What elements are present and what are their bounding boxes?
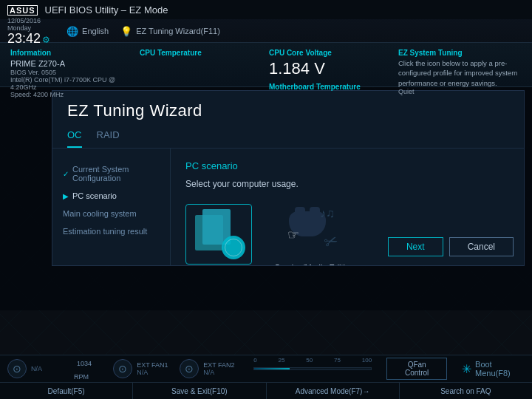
ext-fan2-label: EXT FAN2: [203, 361, 234, 369]
fan-speed-fill: [254, 368, 289, 369]
date-text: 12/05/2016 Monday: [7, 17, 50, 32]
ez-system-label: EZ System Tuning: [398, 49, 522, 57]
ez-system-sub: Quiet: [398, 88, 522, 95]
bios-title: UEFI BIOS Utility – EZ Mode: [45, 4, 168, 16]
globe-icon: 🌐: [66, 26, 78, 37]
cpu-info: Intel(R) Core(TM) i7-7700K CPU @ 4.20GHz: [10, 76, 134, 91]
datetime-block: 12/05/2016 Monday 23:42⚙: [7, 17, 50, 45]
info-section-voltage: CPU Core Voltage 1.184 V Motherboard Tem…: [266, 47, 395, 100]
info-label-information: Information: [10, 49, 134, 57]
fan-speed-track: 0255075100: [253, 367, 372, 370]
gaming-label: Gaming/Media Editing: [274, 263, 354, 265]
bios-version: BIOS Ver. 0505: [10, 69, 134, 76]
tab-oc[interactable]: OC: [67, 126, 82, 148]
func-bar: Default(F5) Save & Exit(F10) Advanced Mo…: [0, 382, 532, 399]
func-default[interactable]: Default(F5): [0, 383, 133, 399]
status-bar: ⊙ N/A 1034 RPM ⊙ EXT FAN1 N/A ⊙ EXT FAN2…: [0, 355, 532, 399]
sidebar-item-pc-scenario[interactable]: ▶ PC scenario: [52, 187, 170, 205]
sidebar-item-estimation[interactable]: Estimation tuning result: [52, 222, 170, 240]
option-gaming[interactable]: ♪♫ ✂ Gaming/Media Editing: [274, 204, 354, 265]
fan-speed-labels: 0255075100: [253, 357, 372, 364]
fan-speed-bar: [253, 367, 372, 370]
wizard-dialog: EZ Tuning Wizard OC RAID ✓ Current Syste…: [52, 90, 525, 266]
ez-system-desc: Click the icon below to apply a pre-conf…: [398, 58, 522, 88]
cpu-temp-label: CPU Temperature: [140, 49, 263, 57]
ext-fan2-icon: ⊙: [180, 359, 199, 378]
globe-shape: [222, 236, 245, 259]
cpu-fan-item: ⊙ N/A: [7, 359, 66, 378]
func-save-exit[interactable]: Save & Exit(F10): [133, 383, 266, 399]
asus-logo: ASUS: [7, 4, 38, 16]
func-search[interactable]: Search on FAQ: [400, 383, 532, 399]
main-area: EZ Tuning Wizard OC RAID ✓ Current Syste…: [0, 87, 532, 310]
cpu-fan-na: N/A: [31, 365, 42, 372]
check-icon: ✓: [63, 170, 69, 178]
fan-rpm-value: 1034 RPM: [74, 355, 106, 382]
arrow-icon: ▶: [63, 192, 69, 200]
sidebar-item-current-config[interactable]: ✓ Current System Configuration: [52, 160, 170, 187]
header: ASUS UEFI BIOS Utility – EZ Mode 12/05/2…: [0, 0, 532, 43]
cpu-speed: Speed: 4200 MHz: [10, 91, 134, 98]
sidebar-item-main-cooling[interactable]: Main cooling system: [52, 205, 170, 222]
wizard-tabs: OC RAID: [52, 126, 524, 149]
next-button[interactable]: Next: [388, 237, 443, 256]
daily-icon-wrapper: [185, 204, 252, 265]
wizard-sidebar: ✓ Current System Configuration ▶ PC scen…: [52, 149, 171, 265]
scissors-icon: ✂: [321, 231, 341, 253]
info-section-cpu-temp: CPU Temperature: [137, 47, 266, 100]
ext-fan1-label: EXT FAN1: [137, 361, 168, 369]
ext-fan1-icon: ⊙: [113, 359, 132, 378]
section-title: PC scenario: [185, 160, 509, 171]
board-name: PRIME Z270-A: [10, 58, 134, 69]
boot-icon: ✳: [462, 362, 471, 376]
fan-bar: ⊙ N/A 1034 RPM ⊙ EXT FAN1 N/A ⊙ EXT FAN2…: [0, 355, 532, 382]
header-top: ASUS UEFI BIOS Utility – EZ Mode: [0, 0, 532, 19]
option-daily[interactable]: Daily Computing: [185, 204, 252, 265]
daily-computing-icon: [192, 209, 245, 259]
music-notes-icon: ♪♫: [320, 207, 335, 220]
tuning-wizard-btn[interactable]: 💡 EZ Tuning Wizard(F11): [120, 26, 220, 37]
ext-fan2-item: ⊙ EXT FAN2 N/A: [180, 359, 239, 378]
lightbulb-icon: 💡: [120, 26, 132, 37]
content-description: Select your computer usage.: [185, 179, 509, 189]
func-advanced[interactable]: Advanced Mode(F7)→: [267, 383, 400, 399]
ext-fan2-value: N/A: [203, 369, 234, 376]
qfan-control-button[interactable]: QFan Control: [386, 358, 447, 380]
header-bottom: 12/05/2016 Monday 23:42⚙ 🌐 English 💡 EZ …: [0, 19, 532, 43]
mb-temp-label: Motherboard Temperature: [269, 83, 392, 91]
info-section-system: Information PRIME Z270-A BIOS Ver. 0505 …: [7, 47, 137, 100]
daily-icon-area: [189, 208, 248, 261]
cpu-voltage-label: CPU Core Voltage: [269, 49, 392, 57]
info-section-ez-system: EZ System Tuning Click the icon below to…: [395, 47, 525, 100]
gaming-icon-area: ♪♫ ✂: [284, 204, 344, 257]
boot-menu-button[interactable]: ✳ Boot Menu(F8): [462, 360, 525, 378]
language-selector[interactable]: 🌐 English: [66, 26, 109, 37]
cpu-voltage-value: 1.184 V: [269, 58, 392, 80]
gaming-editing-icon: ♪♫ ✂: [287, 205, 341, 256]
ext-fan1-value: N/A: [137, 369, 168, 376]
tab-raid[interactable]: RAID: [97, 126, 120, 148]
cancel-button[interactable]: Cancel: [449, 237, 514, 256]
wizard-buttons: Next Cancel: [388, 237, 514, 256]
info-bar: Information PRIME Z270-A BIOS Ver. 0505 …: [0, 43, 532, 87]
cpu-fan-icon: ⊙: [7, 359, 27, 378]
header-nav: 🌐 English 💡 EZ Tuning Wizard(F11): [66, 26, 220, 37]
ext-fan1-item: ⊙ EXT FAN1 N/A: [113, 359, 172, 378]
